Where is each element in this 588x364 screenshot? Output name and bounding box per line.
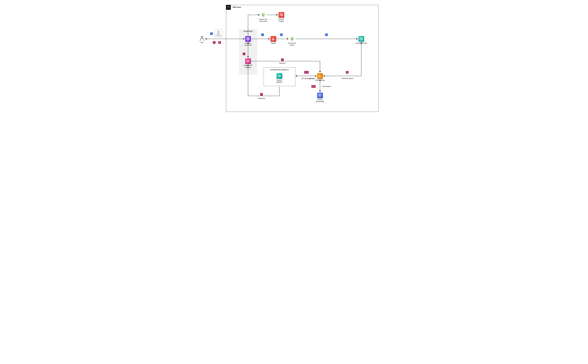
edges-layer	[198, 0, 390, 119]
architecture-canvas: aws	[198, 0, 390, 119]
